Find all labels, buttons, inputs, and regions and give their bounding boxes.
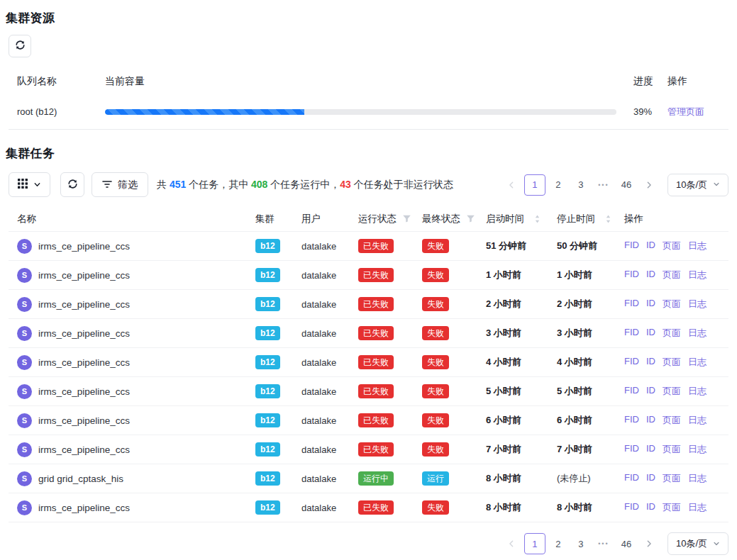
- action-link-日志[interactable]: 日志: [688, 472, 706, 485]
- tasks-refresh-button[interactable]: [60, 172, 84, 197]
- action-link-日志[interactable]: 日志: [688, 298, 706, 310]
- action-link-fid[interactable]: FID: [624, 269, 639, 281]
- task-name: irms_ce_pipeline_ccs: [38, 444, 130, 455]
- row-actions: FIDID页面日志: [616, 385, 728, 398]
- action-link-页面[interactable]: 页面: [663, 298, 681, 310]
- action-link-日志[interactable]: 日志: [688, 385, 706, 398]
- page-size-select[interactable]: 10条/页: [667, 174, 728, 196]
- run-status-badge: 运行中: [358, 471, 394, 486]
- pagination-page-2[interactable]: 2: [548, 174, 568, 196]
- avatar: S: [17, 471, 32, 486]
- run-status-badge: 已失败: [358, 413, 394, 427]
- action-link-页面[interactable]: 页面: [663, 501, 681, 514]
- pagination-ellipsis[interactable]: •••: [594, 174, 614, 196]
- pagination-page-2[interactable]: 2: [548, 533, 568, 554]
- task-name: irms_ce_pipeline_ccs: [38, 299, 130, 310]
- pagination-prev[interactable]: [502, 533, 521, 554]
- queue-name: root (b12): [9, 106, 96, 117]
- row-actions: FIDID页面日志: [616, 443, 728, 456]
- action-link-id[interactable]: ID: [646, 501, 655, 514]
- manage-page-link[interactable]: 管理页面: [667, 106, 704, 117]
- action-link-id[interactable]: ID: [646, 414, 655, 427]
- action-link-id[interactable]: ID: [646, 298, 655, 310]
- resources-table-header: 队列名称 当前容量 进度 操作: [9, 69, 728, 94]
- pagination-prev[interactable]: [502, 174, 521, 196]
- action-link-页面[interactable]: 页面: [663, 327, 681, 340]
- run-status-badge: 已失败: [358, 326, 394, 340]
- cluster-badge: b12: [255, 326, 280, 340]
- pagination-page-3[interactable]: 3: [571, 533, 591, 554]
- action-link-id[interactable]: ID: [646, 240, 655, 252]
- action-link-fid[interactable]: FID: [624, 385, 639, 398]
- resources-refresh-button[interactable]: [9, 35, 31, 57]
- action-link-fid[interactable]: FID: [624, 327, 639, 340]
- action-link-fid[interactable]: FID: [624, 298, 639, 310]
- resources-header-capacity: 当前容量: [96, 75, 616, 88]
- action-link-fid[interactable]: FID: [624, 356, 639, 369]
- action-link-页面[interactable]: 页面: [663, 414, 681, 427]
- summary-text: 共: [157, 179, 170, 190]
- action-link-id[interactable]: ID: [646, 327, 655, 340]
- action-link-日志[interactable]: 日志: [688, 327, 706, 340]
- stop-time: 2 小时前: [548, 298, 616, 310]
- action-link-页面[interactable]: 页面: [663, 385, 681, 398]
- action-link-日志[interactable]: 日志: [688, 240, 706, 252]
- row-actions: FIDID页面日志: [616, 327, 728, 340]
- action-link-日志[interactable]: 日志: [688, 443, 706, 456]
- pagination-page-1[interactable]: 1: [524, 533, 545, 554]
- task-name: irms_ce_pipeline_ccs: [38, 328, 130, 339]
- resources-section-title: 集群资源: [6, 10, 731, 26]
- chevron-down-icon: [713, 539, 720, 549]
- action-link-id[interactable]: ID: [646, 472, 655, 485]
- action-link-日志[interactable]: 日志: [688, 501, 706, 514]
- sort-icon[interactable]: [534, 214, 541, 224]
- action-link-id[interactable]: ID: [646, 443, 655, 456]
- pagination-page-46[interactable]: 46: [616, 533, 636, 554]
- row-actions: FIDID页面日志: [616, 240, 728, 252]
- run-status-badge: 已失败: [358, 384, 394, 398]
- filter-funnel-icon[interactable]: [402, 214, 411, 223]
- summary-total-count: 451: [170, 179, 186, 190]
- user-name: datalake: [293, 386, 350, 397]
- action-link-页面[interactable]: 页面: [663, 240, 681, 252]
- action-link-日志[interactable]: 日志: [688, 414, 706, 427]
- task-name: irms_ce_pipeline_ccs: [38, 503, 130, 513]
- queue-progress-percent: 39%: [616, 106, 659, 117]
- pagination-next[interactable]: [639, 174, 659, 196]
- action-link-fid[interactable]: FID: [624, 443, 639, 456]
- filter-button[interactable]: 筛选: [92, 172, 148, 197]
- layout-grid-button[interactable]: [9, 172, 50, 197]
- action-link-fid[interactable]: FID: [624, 501, 639, 514]
- pagination-page-46[interactable]: 46: [616, 174, 636, 196]
- action-link-fid[interactable]: FID: [624, 240, 639, 252]
- pagination-page-1[interactable]: 1: [524, 174, 545, 196]
- pagination-page-3[interactable]: 3: [571, 174, 591, 196]
- resources-header-progress: 进度: [616, 75, 659, 88]
- action-link-id[interactable]: ID: [646, 356, 655, 369]
- user-name: datalake: [293, 357, 350, 368]
- action-link-页面[interactable]: 页面: [663, 356, 681, 369]
- avatar: S: [17, 500, 32, 515]
- page-size-select[interactable]: 10条/页: [667, 532, 728, 555]
- pagination-ellipsis[interactable]: •••: [594, 533, 614, 554]
- run-status-badge: 已失败: [358, 442, 394, 457]
- sort-icon[interactable]: [605, 214, 611, 224]
- stop-time: 6 小时前: [548, 414, 616, 427]
- filter-funnel-icon[interactable]: [466, 214, 475, 223]
- pagination-next[interactable]: [639, 533, 659, 554]
- task-name: irms_ce_pipeline_ccs: [38, 386, 130, 397]
- action-link-id[interactable]: ID: [646, 269, 655, 281]
- action-link-日志[interactable]: 日志: [688, 269, 706, 281]
- stop-time: 1 小时前: [548, 269, 616, 281]
- cluster-badge: b12: [255, 413, 280, 427]
- action-link-fid[interactable]: FID: [624, 472, 639, 485]
- action-link-页面[interactable]: 页面: [663, 443, 681, 456]
- action-link-页面[interactable]: 页面: [663, 269, 681, 281]
- row-actions: FIDID页面日志: [616, 269, 728, 281]
- action-link-日志[interactable]: 日志: [688, 356, 706, 369]
- action-link-fid[interactable]: FID: [624, 414, 639, 427]
- action-link-页面[interactable]: 页面: [663, 472, 681, 485]
- header-start-time: 启动时间: [477, 213, 548, 225]
- task-name: irms_ce_pipeline_ccs: [38, 357, 130, 368]
- action-link-id[interactable]: ID: [646, 385, 655, 398]
